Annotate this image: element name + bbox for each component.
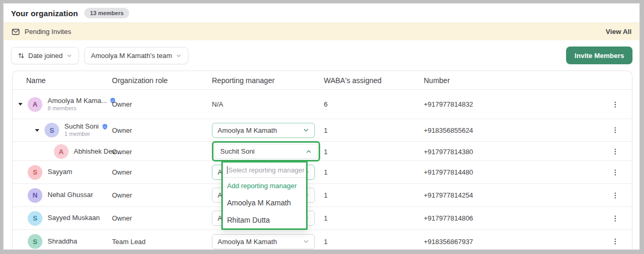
role-cell: Owner (112, 126, 212, 134)
reporting-manager-cell: N/A (212, 100, 324, 108)
member-subtitle: 1 member (64, 131, 108, 138)
chevron-down-icon (66, 53, 72, 59)
number-cell: +917977814380 (424, 148, 608, 156)
member-name: Shraddha (48, 237, 77, 246)
role-cell: Owner (112, 168, 212, 176)
reporting-manager-cell: Amoolya M Kamath (212, 123, 324, 138)
table-row: S Sayyam Owner Amoolya M Kamath 1 +91797… (13, 161, 632, 184)
table-row: S Shraddha Team Lead Amoolya M Kamath 1 … (13, 230, 632, 250)
waba-cell: 1 (324, 148, 424, 156)
role-cell: Owner (112, 191, 212, 199)
avatar: S (28, 211, 42, 226)
chevron-down-icon (176, 53, 182, 59)
kebab-menu-icon[interactable] (608, 123, 623, 137)
avatar: S (28, 234, 42, 249)
kebab-menu-icon[interactable] (608, 144, 623, 159)
number-cell: +917977814480 (424, 168, 608, 176)
table-row: S Suchit Soni 1 member Owner Amoolya M K… (13, 119, 632, 142)
avatar: A (54, 144, 69, 159)
kebab-menu-icon[interactable] (608, 188, 623, 203)
toolbar: Date joined Amoolya M Kamath's team Invi… (4, 40, 639, 71)
role-cell: Owner (112, 100, 212, 108)
column-header-waba: WABA's assigned (324, 76, 424, 85)
waba-cell: 6 (324, 100, 424, 108)
avatar: S (44, 123, 59, 137)
reporting-manager-select[interactable]: Amoolya M Kamath (212, 123, 315, 138)
table-row: S Sayyed Muskaan Owner Amoolya M Kamath … (13, 207, 632, 230)
reporting-manager-select[interactable]: Amoolya M Kamath (212, 234, 315, 249)
member-name: Sayyam (48, 168, 72, 176)
team-filter-label: Amoolya M Kamath's team (91, 52, 172, 60)
number-cell: +917977814832 (424, 100, 608, 108)
dropdown-option[interactable]: Amoolya M Kamath (223, 194, 306, 211)
column-header-role: Organization role (112, 76, 212, 85)
number-cell: +917977814806 (424, 214, 608, 222)
chevron-down-icon (303, 127, 309, 133)
dropdown-search-input[interactable]: Select reporting manager (223, 163, 306, 178)
kebab-menu-icon[interactable] (608, 165, 623, 180)
role-cell: Team Lead (112, 238, 212, 246)
reporting-manager-cell: Suchit Soni Select reporting manager Add… (212, 142, 324, 161)
text-cursor (227, 166, 228, 174)
member-name: Amoolya M Kama... (48, 97, 107, 105)
waba-cell: 1 (324, 126, 424, 134)
member-name: Suchit Soni (64, 122, 99, 131)
waba-cell: 1 (324, 191, 424, 199)
members-count-badge: 13 members (84, 8, 129, 18)
avatar: N (28, 188, 42, 203)
team-filter-button[interactable]: Amoolya M Kamath's team (84, 47, 188, 64)
reporting-manager-select-open[interactable]: Suchit Soni (214, 144, 318, 159)
avatar: A (28, 97, 42, 112)
member-name: Sayyed Muskaan (48, 214, 100, 222)
add-reporting-manager-option[interactable]: Add reporting manager (223, 178, 306, 194)
sort-button-label: Date joined (28, 52, 63, 60)
org-header: Your organization 13 members (4, 4, 639, 22)
chevron-down-icon (303, 238, 309, 245)
sort-arrows-icon (18, 52, 25, 59)
verified-badge-icon (101, 123, 108, 130)
envelope-icon (12, 28, 20, 36)
expand-caret-icon[interactable] (17, 103, 24, 106)
reporting-manager-dropdown: Select reporting manager Add reporting m… (221, 161, 308, 230)
member-name: Nehal Ghussar (48, 191, 93, 199)
table-row: N Nehal Ghussar Owner Amoolya M Kamath 1… (13, 184, 632, 207)
waba-cell: 1 (324, 238, 424, 246)
pending-invites-banner: Pending Invites View All (4, 22, 639, 40)
chevron-up-icon (306, 148, 312, 155)
avatar: S (28, 165, 42, 180)
member-subtitle: 8 members (48, 105, 112, 112)
organization-page: Your organization 13 members Pending Inv… (3, 3, 640, 250)
reporting-manager-value: N/A (212, 100, 223, 108)
screenshot-frame: Your organization 13 members Pending Inv… (0, 0, 644, 254)
waba-cell: 1 (324, 214, 424, 222)
page-title: Your organization (11, 9, 78, 18)
number-cell: +917977814254 (424, 191, 608, 199)
table-header-row: Name Organization role Reporting manager… (13, 71, 632, 90)
sort-date-joined-button[interactable]: Date joined (11, 47, 79, 64)
role-cell: Owner (112, 148, 212, 156)
number-cell: +918356855624 (424, 126, 608, 134)
expand-caret-icon[interactable] (34, 129, 40, 132)
kebab-menu-icon[interactable] (608, 234, 623, 249)
kebab-menu-icon[interactable] (608, 211, 623, 226)
number-cell: +918356867937 (424, 238, 608, 246)
table-row: A Abhishek Dev... Owner Suchit Soni Sele… (13, 142, 632, 161)
invite-members-button[interactable]: Invite Members (566, 47, 632, 64)
column-header-number: Number (424, 76, 608, 85)
column-header-reporting-manager: Reporting manager (212, 76, 324, 85)
table-row: A Amoolya M Kama... 8 members Owner N/A … (13, 90, 632, 119)
column-header-name: Name (17, 76, 112, 85)
members-table: Name Organization role Reporting manager… (12, 71, 632, 249)
kebab-menu-icon[interactable] (608, 97, 623, 112)
highlight-outline: Suchit Soni (212, 141, 320, 161)
role-cell: Owner (112, 214, 212, 222)
pending-invites-label: Pending Invites (25, 28, 71, 36)
dropdown-option[interactable]: Rhitam Dutta (223, 211, 306, 228)
reporting-manager-cell: Amoolya M Kamath (212, 234, 324, 249)
view-all-link[interactable]: View All (606, 28, 631, 36)
waba-cell: 1 (324, 168, 424, 176)
